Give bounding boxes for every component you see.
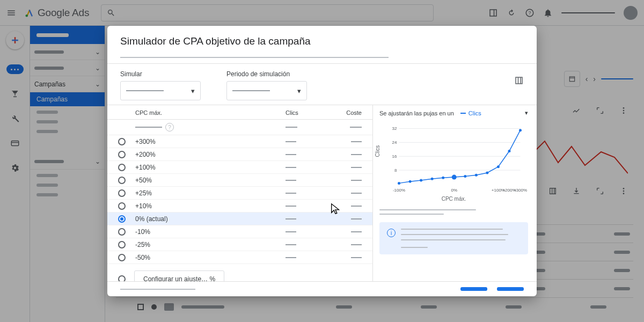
radio[interactable] <box>118 215 126 223</box>
period-label: Periodo de simulación <box>226 70 307 78</box>
svg-point-32 <box>464 175 466 178</box>
radio[interactable] <box>118 138 126 145</box>
simulator-row[interactable]: +200% <box>107 148 372 161</box>
metric-select[interactable]: Clics <box>460 110 481 116</box>
col-cpc: CPC máx. <box>135 109 286 116</box>
svg-point-30 <box>442 177 444 179</box>
radio[interactable] <box>118 164 126 171</box>
svg-point-26 <box>398 182 400 185</box>
col-cost: Coste <box>334 109 362 116</box>
info-box: i <box>379 222 528 254</box>
simulator-modal: Simulador de CPA objetivo de la campaña … <box>107 26 537 296</box>
simulator-row[interactable]: -50% <box>107 251 372 264</box>
simulator-row[interactable]: +50% <box>107 174 372 187</box>
footer-secondary-button[interactable] <box>460 287 487 291</box>
simulator-chart-panel: Se ajustarán las pujas en un Clics ▾ Cli… <box>373 105 537 281</box>
svg-text:24: 24 <box>392 140 397 145</box>
custom-adjust-button[interactable]: Configurar un ajuste… % <box>134 270 224 281</box>
modal-footer <box>107 281 537 296</box>
svg-point-31 <box>452 175 457 180</box>
radio[interactable] <box>118 275 126 281</box>
simulate-control: Simular ▾ <box>120 70 201 100</box>
info-icon: i <box>387 229 396 237</box>
period-select[interactable]: ▾ <box>226 81 307 100</box>
svg-point-33 <box>475 174 478 177</box>
radio[interactable] <box>118 241 126 248</box>
simulator-chart: Clics 8162432-100%0%+100%+200%+300% <box>379 122 528 197</box>
simulator-row[interactable]: +10% <box>107 200 372 213</box>
svg-point-29 <box>431 178 434 180</box>
svg-text:8: 8 <box>394 168 397 173</box>
radio[interactable] <box>118 254 126 261</box>
svg-point-28 <box>420 179 422 181</box>
simulator-table: CPC máx. Clics Coste ? +300%+200%+100%+5… <box>107 105 373 281</box>
simulator-row[interactable]: +100% <box>107 161 372 174</box>
svg-point-36 <box>508 150 510 152</box>
svg-point-37 <box>519 129 522 131</box>
simulator-row[interactable]: -25% <box>107 238 372 251</box>
simulator-row[interactable]: +25% <box>107 187 372 200</box>
radio[interactable] <box>118 202 126 210</box>
custom-adjust-row: Configurar un ajuste… % <box>107 264 372 281</box>
radio[interactable] <box>118 228 126 236</box>
modal-title: Simulador de CPA objetivo de la campaña <box>120 35 524 47</box>
period-control: Periodo de simulación ▾ <box>226 70 307 100</box>
svg-point-27 <box>409 180 412 183</box>
columns-icon[interactable] <box>514 76 524 85</box>
chevron-down-icon[interactable]: ▾ <box>525 109 528 116</box>
help-icon[interactable]: ? <box>165 123 174 131</box>
svg-text:-100%: -100% <box>393 188 405 193</box>
svg-text:0%: 0% <box>451 188 457 193</box>
svg-point-34 <box>486 171 488 174</box>
radio[interactable] <box>118 189 126 197</box>
svg-text:32: 32 <box>392 126 397 131</box>
svg-text:+300%: +300% <box>514 188 527 193</box>
radio[interactable] <box>118 177 126 184</box>
col-clicks: Clics <box>286 109 334 116</box>
simulate-select[interactable]: ▾ <box>120 81 201 100</box>
simulator-row[interactable]: -10% <box>107 225 372 238</box>
modal-header: Simulador de CPA objetivo de la campaña <box>107 26 537 64</box>
svg-rect-12 <box>516 77 522 84</box>
chart-ylabel: Clics <box>375 145 380 157</box>
svg-point-35 <box>497 165 500 168</box>
simulator-row[interactable]: 0% (actual) <box>107 213 372 225</box>
radio[interactable] <box>118 151 126 158</box>
adjust-text: Se ajustarán las pujas en un <box>379 110 454 116</box>
simulate-label: Simular <box>120 70 201 78</box>
footer-primary-button[interactable] <box>497 287 524 291</box>
simulator-row[interactable]: +300% <box>107 135 372 148</box>
svg-text:16: 16 <box>392 154 397 159</box>
